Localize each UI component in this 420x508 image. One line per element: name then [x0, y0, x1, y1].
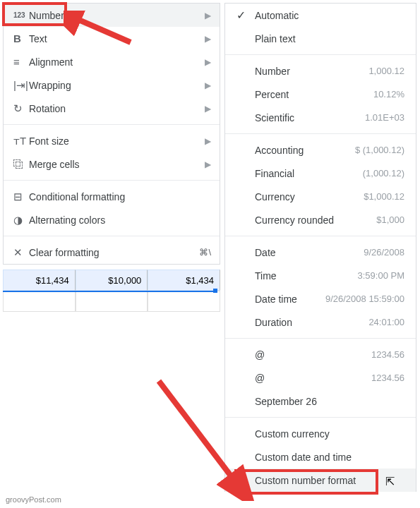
submenu-arrow-icon: ▶ [205, 159, 211, 169]
submenu-item-value: 1234.56 [371, 349, 404, 360]
menu-item-clear-formatting[interactable]: ✕Clear formatting⌘\ [4, 241, 220, 264]
menu-item-label: Text [29, 33, 205, 44]
submenu-item-scientific[interactable]: Scientific1.01E+03 [225, 106, 416, 129]
conditional-formatting-icon: ⊟ [13, 190, 29, 203]
submenu-item--[interactable]: @1234.56 [225, 343, 416, 366]
submenu-item-duration[interactable]: Duration24:01:00 [225, 310, 416, 334]
text-icon: B [13, 32, 29, 44]
submenu-item--[interactable]: @1234.56 [225, 366, 416, 389]
submenu-item-value: 24:01:00 [368, 317, 404, 327]
submenu-item-label: Accounting [255, 145, 355, 156]
submenu-item-label: Time [255, 270, 358, 282]
submenu-item-label: Date [255, 247, 364, 258]
submenu-arrow-icon: ▶ [205, 57, 211, 67]
submenu-item-value: $1,000.12 [364, 191, 404, 202]
menu-item-label: Merge cells [29, 159, 205, 170]
submenu-item-accounting[interactable]: Accounting$ (1,000.12) [225, 138, 416, 162]
menu-item-font-size[interactable]: ᴛTFont size▶ [4, 129, 220, 152]
sheet-cell-empty[interactable] [76, 291, 148, 312]
submenu-item-label: Currency rounded [255, 214, 376, 226]
submenu-item-value: 1,000.12 [368, 66, 404, 76]
selection-border [3, 291, 216, 292]
submenu-item-custom-currency[interactable]: Custom currency [225, 422, 416, 445]
sheet-cell[interactable]: $10,000 [76, 270, 148, 291]
menu-item-label: Conditional formatting [29, 191, 211, 202]
merge-cells-icon: ⿻ [13, 158, 29, 170]
sheet-cell[interactable]: $1,434 [148, 270, 220, 291]
submenu-item-currency[interactable]: Currency$1,000.12 [225, 185, 416, 208]
submenu-item-september-26[interactable]: September 26 [225, 389, 416, 413]
highlight-box-custom-number-format [234, 469, 378, 495]
alternating-colors-icon: ◑ [13, 214, 29, 226]
wrapping-icon: |⇥| [13, 79, 29, 92]
menu-item-label: Rotation [29, 103, 205, 114]
clear-formatting-icon: ✕ [13, 246, 29, 259]
submenu-item-percent[interactable]: Percent10.12% [225, 83, 416, 106]
submenu-item-date-time[interactable]: Date time9/26/2008 15:59:00 [225, 287, 416, 310]
submenu-item-automatic[interactable]: ✓Automatic [225, 4, 416, 27]
menu-item-label: Clear formatting [29, 247, 199, 258]
submenu-item-date[interactable]: Date9/26/2008 [225, 241, 416, 264]
menu-divider [4, 124, 220, 125]
watermark: groovyPost.com [6, 495, 61, 504]
submenu-item-label: Automatic [255, 10, 404, 21]
selection-handle[interactable] [213, 289, 217, 293]
submenu-item-time[interactable]: Time3:59:00 PM [225, 264, 416, 287]
submenu-item-currency-rounded[interactable]: Currency rounded$1,000 [225, 208, 416, 231]
submenu-item-label: @ [255, 349, 371, 361]
sheet-cell[interactable]: $11,434 [3, 270, 76, 291]
menu-divider [225, 338, 416, 339]
format-menu: 123Number▶BText▶≡Alignment▶|⇥|Wrapping▶↻… [3, 3, 220, 265]
number-submenu: ✓AutomaticPlain text Number1,000.12Perce… [224, 3, 416, 492]
submenu-item-value: 1234.56 [371, 373, 404, 383]
menu-divider [225, 236, 416, 236]
submenu-item-financial[interactable]: Financial(1,000.12) [225, 162, 416, 185]
submenu-item-label: Financial [255, 168, 363, 179]
submenu-item-label: Custom currency [255, 428, 404, 440]
submenu-item-label: Currency [255, 191, 364, 202]
submenu-item-value: 3:59:00 PM [358, 270, 405, 281]
submenu-item-custom-date-and-time[interactable]: Custom date and time [225, 445, 416, 468]
menu-item-text[interactable]: BText▶ [4, 27, 220, 50]
cursor-icon: ⇱ [385, 475, 395, 488]
alignment-icon: ≡ [13, 56, 29, 68]
menu-item-conditional-formatting[interactable]: ⊟Conditional formatting [4, 185, 220, 208]
sheet-cell-empty[interactable] [148, 291, 220, 312]
menu-item-alternating-colors[interactable]: ◑Alternating colors [4, 208, 220, 231]
submenu-item-label: September 26 [255, 396, 404, 407]
submenu-item-value: (1,000.12) [363, 168, 404, 179]
submenu-item-label: Plain text [255, 33, 404, 44]
submenu-arrow-icon: ▶ [205, 11, 211, 20]
menu-divider [225, 133, 416, 134]
submenu-arrow-icon: ▶ [205, 34, 211, 44]
submenu-item-value: $1,000 [376, 214, 404, 225]
submenu-arrow-icon: ▶ [205, 136, 211, 146]
submenu-item-value: 9/26/2008 15:59:00 [325, 294, 404, 304]
menu-item-alignment[interactable]: ≡Alignment▶ [4, 50, 220, 73]
submenu-item-value: 10.12% [373, 89, 404, 99]
menu-item-label: Font size [29, 135, 205, 147]
menu-item-merge-cells[interactable]: ⿻Merge cells▶ [4, 152, 220, 176]
submenu-item-value: 9/26/2008 [364, 247, 404, 258]
submenu-item-plain-text[interactable]: Plain text [225, 27, 416, 50]
menu-item-rotation[interactable]: ↻Rotation▶ [4, 97, 220, 120]
menu-item-wrapping[interactable]: |⇥|Wrapping▶ [4, 73, 220, 97]
submenu-item-label: Date time [255, 294, 325, 305]
check-icon: ✓ [236, 8, 255, 22]
menu-item-label: Wrapping [29, 80, 205, 91]
menu-divider [225, 417, 416, 418]
submenu-arrow-icon: ▶ [205, 104, 211, 114]
menu-divider [225, 54, 416, 55]
submenu-item-value: 1.01E+03 [365, 112, 404, 123]
menu-divider [4, 236, 220, 236]
submenu-item-value: $ (1,000.12) [355, 145, 404, 155]
submenu-item-label: Scientific [255, 112, 365, 123]
submenu-arrow-icon: ▶ [205, 80, 211, 90]
highlight-box-number [2, 2, 67, 26]
submenu-item-number[interactable]: Number1,000.12 [225, 59, 416, 83]
keyboard-shortcut: ⌘\ [199, 247, 211, 258]
sheet-cell-empty[interactable] [3, 291, 76, 312]
menu-item-label: Alternating colors [29, 214, 211, 226]
submenu-item-label: @ [255, 373, 371, 384]
menu-item-label: Alignment [29, 56, 205, 68]
